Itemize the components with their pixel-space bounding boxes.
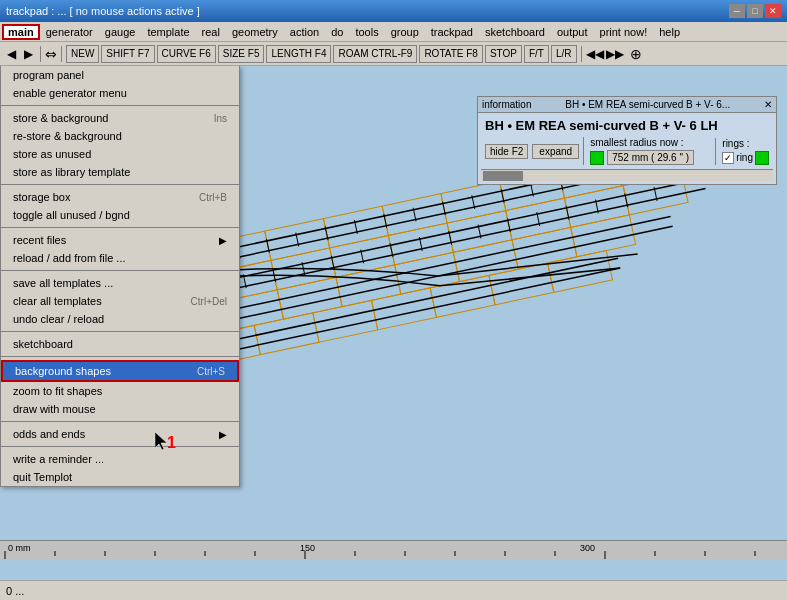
toolbar-left-nav[interactable]: ◀◀ [586, 47, 604, 61]
dd-sep-4 [1, 270, 239, 271]
dd-recent-files[interactable]: recent files ▶ [1, 231, 239, 249]
menu-gauge[interactable]: gauge [99, 24, 142, 40]
menu-template[interactable]: template [141, 24, 195, 40]
dd-sep-3 [1, 227, 239, 228]
window-controls: ─ □ ✕ [729, 4, 781, 18]
dd-sketchboard[interactable]: sketchboard [1, 335, 239, 353]
dd-save-all[interactable]: save all templates ... [1, 274, 239, 292]
dd-write-reminder[interactable]: write a reminder ... [1, 450, 239, 468]
title-bar: trackpad : ... [ no mouse actions active… [0, 0, 787, 22]
toolbar-roam-btn[interactable]: ROAM CTRL-F9 [333, 45, 417, 63]
dd-background-shapes[interactable]: background shapes Ctrl+S [1, 360, 239, 382]
menu-trackpad[interactable]: trackpad [425, 24, 479, 40]
radius-value: 752 mm ( 29.6 " ) [607, 150, 694, 165]
toolbar-lengthf4-btn[interactable]: LENGTH F4 [266, 45, 331, 63]
ring-green-indicator [755, 151, 769, 165]
toolbar: ◀ ▶ ⇔ NEW SHIFT F7 CURVE F6 SIZE F5 LENG… [0, 42, 787, 66]
toolbar-sep-3 [581, 46, 582, 62]
info-scrollbar[interactable] [481, 169, 773, 181]
toolbar-arrows-icon[interactable]: ⇔ [45, 46, 57, 62]
ring-checkbox[interactable]: ✓ [722, 152, 734, 164]
dd-undo-clear[interactable]: undo clear / reload [1, 310, 239, 328]
toolbar-curvef6-btn[interactable]: CURVE F6 [157, 45, 216, 63]
info-main-label: BH • EM REA semi-curved B + V- 6 LH [481, 116, 773, 135]
expand-button[interactable]: expand [532, 144, 579, 159]
bottom-ruler: 0 mm 150 300 [0, 540, 787, 560]
dd-draw-mouse[interactable]: draw with mouse [1, 400, 239, 418]
dd-store-unused[interactable]: store as unused [1, 145, 239, 163]
title-text: trackpad : ... [ no mouse actions active… [6, 5, 200, 17]
rings-label: rings : [722, 138, 749, 149]
dd-store-library[interactable]: store as library template [1, 163, 239, 181]
status-bar: 0 ... [0, 580, 787, 600]
menu-do[interactable]: do [325, 24, 349, 40]
close-button[interactable]: ✕ [765, 4, 781, 18]
toolbar-ft-btn[interactable]: F/T [524, 45, 549, 63]
toolbar-sizef5-btn[interactable]: SIZE F5 [218, 45, 265, 63]
info-panel-header: information BH • EM REA semi-curved B + … [478, 97, 776, 113]
ring-label: ring [736, 152, 753, 163]
svg-marker-95 [155, 432, 167, 450]
dd-sep-6 [1, 356, 239, 357]
status-left: 0 ... [6, 585, 24, 597]
dd-odds-ends[interactable]: odds and ends ▶ [1, 425, 239, 443]
toolbar-right-nav[interactable]: ▶▶ [606, 47, 624, 61]
dd-clear-all[interactable]: clear all templates Ctrl+Del [1, 292, 239, 310]
dd-odds-arrow: ▶ [219, 429, 227, 440]
menu-printnow[interactable]: print now! [594, 24, 654, 40]
toolbar-new-btn[interactable]: NEW [66, 45, 99, 63]
rings-row: ✓ ring [722, 151, 769, 165]
toolbar-plus-icon[interactable]: ⊕ [630, 46, 642, 62]
radius-green-indicator [590, 151, 604, 165]
menu-main[interactable]: main [2, 24, 40, 40]
toolbar-sep-2 [61, 46, 62, 62]
radius-section: smallest radius now : 752 mm ( 29.6 " ) [583, 137, 711, 165]
menu-sketchboard[interactable]: sketchboard [479, 24, 551, 40]
dd-recent-arrow: ▶ [219, 235, 227, 246]
menu-output[interactable]: output [551, 24, 594, 40]
dd-zoom-fit[interactable]: zoom to fit shapes [1, 382, 239, 400]
info-title: information [482, 99, 531, 110]
rings-section: rings : ✓ ring [715, 138, 769, 165]
menu-tools[interactable]: tools [349, 24, 384, 40]
menu-group[interactable]: group [385, 24, 425, 40]
toolbar-left-arrow[interactable]: ◀ [4, 47, 19, 61]
menu-bar: main generator gauge template real geome… [0, 22, 787, 42]
info-subtitle: BH • EM REA semi-curved B + V- 6... [565, 99, 730, 110]
menu-real[interactable]: real [196, 24, 226, 40]
info-panel: information BH • EM REA semi-curved B + … [477, 96, 777, 185]
dd-toggle-unused[interactable]: toggle all unused / bgnd [1, 206, 239, 224]
toolbar-rotate-btn[interactable]: ROTATE F8 [419, 45, 483, 63]
toolbar-sep-1 [40, 46, 41, 62]
dd-sep-5 [1, 331, 239, 332]
toolbar-right-arrow[interactable]: ▶ [21, 47, 36, 61]
dd-enable-generator[interactable]: enable generator menu [1, 84, 239, 102]
dd-quit[interactable]: quit Templot [1, 468, 239, 486]
toolbar-shiftf7-btn[interactable]: SHIFT F7 [101, 45, 154, 63]
maximize-button[interactable]: □ [747, 4, 763, 18]
dd-sep-8 [1, 446, 239, 447]
scrollbar-thumb[interactable] [483, 171, 523, 181]
info-panel-body: BH • EM REA semi-curved B + V- 6 LH hide… [478, 113, 776, 184]
menu-geometry[interactable]: geometry [226, 24, 284, 40]
info-close-button[interactable]: ✕ [764, 99, 772, 110]
dd-storage-box[interactable]: storage box Ctrl+B [1, 188, 239, 206]
dd-sep-2 [1, 184, 239, 185]
dd-program-panel[interactable]: program panel [1, 66, 239, 84]
menu-help[interactable]: help [653, 24, 686, 40]
main-content: program panel enable generator menu stor… [0, 66, 787, 580]
minimize-button[interactable]: ─ [729, 4, 745, 18]
dd-restore-background[interactable]: re-store & background [1, 127, 239, 145]
radius-label: smallest radius now : [590, 137, 683, 148]
dd-sep-1 [1, 105, 239, 106]
dd-reload-add[interactable]: reload / add from file ... [1, 249, 239, 267]
menu-action[interactable]: action [284, 24, 325, 40]
dd-sep-7 [1, 421, 239, 422]
toolbar-stop-btn[interactable]: STOP [485, 45, 522, 63]
menu-generator[interactable]: generator [40, 24, 99, 40]
toolbar-lr-btn[interactable]: L/R [551, 45, 577, 63]
hide-f2-button[interactable]: hide F2 [485, 144, 528, 159]
dd-store-background[interactable]: store & background Ins [1, 109, 239, 127]
dropdown-main-menu: program panel enable generator menu stor… [0, 66, 240, 487]
annotation-number-1: 1 [167, 434, 176, 452]
